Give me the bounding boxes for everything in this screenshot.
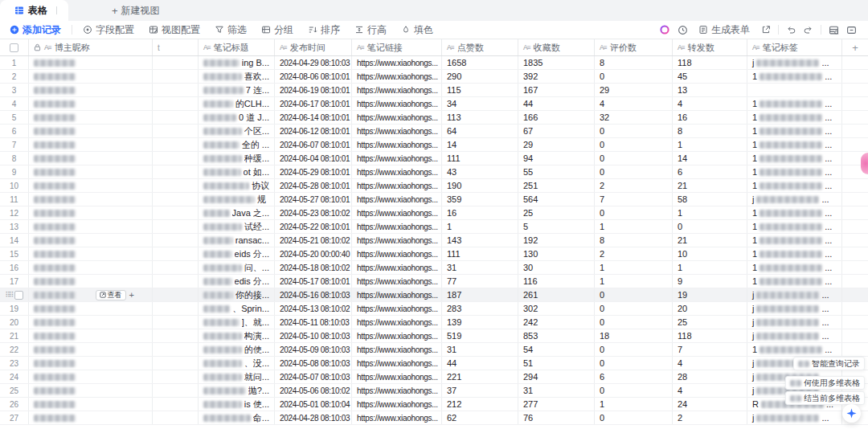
note-tags-cell[interactable]: j ... bbox=[747, 329, 842, 342]
hidden-column-cell[interactable] bbox=[153, 275, 199, 288]
favorites-cell[interactable]: 54 bbox=[518, 343, 595, 356]
publish-time-cell[interactable]: 2024-05-09 08:10:03 bbox=[275, 343, 352, 356]
note-tags-cell[interactable]: 1 ... bbox=[747, 220, 842, 233]
comments-cell[interactable]: 0 bbox=[595, 302, 673, 315]
favorites-cell[interactable]: 94 bbox=[518, 152, 595, 165]
group-button[interactable]: 分组 bbox=[254, 23, 301, 37]
hidden-column-cell[interactable] bbox=[153, 138, 199, 151]
nickname-cell[interactable]: 查看 + bbox=[29, 343, 153, 356]
likes-cell[interactable]: 62 bbox=[442, 411, 518, 424]
column-header-hidden[interactable]: t bbox=[153, 39, 199, 55]
note-title-cell[interactable]: Java 之... bbox=[199, 206, 275, 219]
likes-cell[interactable]: 1658 bbox=[442, 56, 518, 69]
likes-cell[interactable]: 77 bbox=[442, 275, 518, 288]
note-link-cell[interactable]: https://www.xiaohongs... bbox=[352, 398, 442, 411]
note-tags-cell[interactable]: 1 ... bbox=[747, 234, 842, 247]
fill-color-button[interactable]: 填色 bbox=[394, 23, 440, 37]
favorites-cell[interactable]: 853 bbox=[518, 329, 595, 342]
row-gutter-cell[interactable]: 27 ⠿⠿ bbox=[0, 411, 29, 424]
nickname-cell[interactable]: 查看 + bbox=[29, 384, 153, 397]
publish-time-cell[interactable]: 2024-06-07 08:10:01 bbox=[275, 138, 352, 151]
note-link-cell[interactable]: https://www.xiaohongs... bbox=[352, 343, 442, 356]
publish-time-cell[interactable]: 2024-06-14 08:10:01 bbox=[275, 111, 352, 124]
publish-time-cell[interactable]: 2024-06-17 08:10:01 bbox=[275, 97, 352, 110]
collapse-toolbar-button[interactable] bbox=[842, 22, 860, 37]
table-row[interactable]: 16 ⠿⠿ 查看 + 问、... 2024-05-18 08:10:02 bbox=[0, 261, 868, 275]
note-link-cell[interactable]: https://www.xiaohongs... bbox=[352, 193, 442, 206]
hidden-column-cell[interactable] bbox=[153, 152, 199, 165]
publish-time-cell[interactable]: 2024-05-10 08:10:03 bbox=[275, 329, 352, 342]
hidden-column-cell[interactable] bbox=[153, 111, 199, 124]
row-gutter-cell[interactable]: 16 ⠿⠿ bbox=[0, 261, 29, 274]
note-title-cell[interactable]: 7 连... bbox=[199, 84, 275, 96]
sort-button[interactable]: 排序 bbox=[301, 23, 347, 37]
note-tags-cell[interactable]: 1 ... bbox=[747, 70, 842, 83]
comments-cell[interactable]: 4 bbox=[595, 97, 673, 110]
column-header-title[interactable]: A≡笔记标题 bbox=[199, 39, 275, 55]
note-title-cell[interactable]: 抛?... bbox=[199, 384, 275, 397]
shares-cell[interactable]: 1 bbox=[673, 138, 747, 151]
note-link-cell[interactable]: https://www.xiaohongs... bbox=[352, 302, 442, 315]
hidden-column-cell[interactable] bbox=[153, 56, 199, 69]
likes-cell[interactable]: 31 bbox=[442, 261, 518, 274]
comments-cell[interactable]: 1 bbox=[595, 398, 673, 411]
row-gutter-cell[interactable]: 15 ⠿⠿ bbox=[0, 247, 29, 260]
table-row[interactable]: 5 ⠿⠿ 查看 + 0 道 J... 2024-06-14 08:10:01 bbox=[0, 111, 868, 125]
favorites-cell[interactable]: 55 bbox=[518, 165, 595, 178]
shares-cell[interactable]: 13 bbox=[673, 84, 747, 96]
note-tags-cell[interactable]: 1 ... bbox=[747, 275, 842, 288]
field-config-button[interactable]: 字段配置 bbox=[76, 23, 141, 37]
table-row[interactable]: 24 ⠿⠿ 查看 + 就问... 2024-05-07 08:10:03 bbox=[0, 370, 868, 384]
edge-assistant-handle[interactable] bbox=[861, 153, 868, 174]
note-title-cell[interactable]: 命... bbox=[199, 411, 275, 424]
grid-settings-button[interactable] bbox=[825, 22, 842, 37]
favorites-cell[interactable]: 130 bbox=[518, 247, 595, 260]
row-gutter-cell[interactable]: 1 ⠿⠿ bbox=[0, 56, 29, 69]
note-tags-cell[interactable]: 1 ... bbox=[747, 111, 842, 124]
ai-suggestion-query-records[interactable]: 智能查询记录 bbox=[793, 357, 865, 370]
favorites-cell[interactable]: 116 bbox=[518, 275, 595, 288]
select-all-cell[interactable] bbox=[0, 39, 29, 55]
comments-cell[interactable]: 8 bbox=[595, 56, 673, 69]
shares-cell[interactable]: 2 bbox=[673, 411, 747, 424]
row-gutter-cell[interactable]: 19 ⠿⠿ bbox=[0, 302, 29, 315]
row-gutter-cell[interactable]: 8 ⠿⠿ bbox=[0, 152, 29, 165]
nickname-cell[interactable]: 查看 + bbox=[29, 370, 153, 383]
column-header-likes[interactable]: A≡点赞数 bbox=[442, 39, 518, 55]
publish-time-cell[interactable]: 2024-06-04 08:10:01 bbox=[275, 152, 352, 165]
nickname-cell[interactable]: 查看 + bbox=[29, 316, 153, 329]
shares-cell[interactable]: 14 bbox=[673, 152, 747, 165]
likes-cell[interactable]: 115 bbox=[442, 84, 518, 96]
note-tags-cell[interactable]: j ... bbox=[747, 302, 842, 315]
note-tags-cell[interactable]: 1 ... bbox=[747, 125, 842, 137]
hidden-column-cell[interactable] bbox=[153, 370, 199, 383]
publish-time-cell[interactable]: 2024-05-20 00:00:40 bbox=[275, 247, 352, 260]
note-link-cell[interactable]: https://www.xiaohongs... bbox=[352, 247, 442, 260]
note-tags-cell[interactable]: j ... bbox=[747, 316, 842, 329]
table-row[interactable]: 22 ⠿⠿ 查看 + 的使... 2024-05-09 08:10:03 bbox=[0, 343, 868, 357]
row-gutter-cell[interactable]: 17 ⠿⠿ bbox=[0, 275, 29, 288]
table-row[interactable]: 17 ⠿⠿ 查看 + edis 分... 2024-05-17 08:10:01 bbox=[0, 275, 868, 288]
note-title-cell[interactable]: 问、... bbox=[199, 261, 275, 274]
note-title-cell[interactable]: 、没... bbox=[199, 357, 275, 370]
comments-cell[interactable]: 8 bbox=[595, 234, 673, 247]
select-all-checkbox[interactable] bbox=[10, 43, 18, 52]
publish-time-cell[interactable]: 2024-05-18 08:10:02 bbox=[275, 261, 352, 274]
likes-cell[interactable]: 64 bbox=[442, 125, 518, 137]
nickname-cell[interactable]: 查看 + bbox=[29, 193, 153, 206]
note-tags-cell[interactable]: 1 ... bbox=[747, 206, 842, 219]
row-gutter-cell[interactable]: 14 ⠿⠿ bbox=[0, 234, 29, 247]
shares-cell[interactable]: 1 bbox=[673, 261, 747, 274]
new-view-button[interactable]: + 新建视图 bbox=[100, 0, 171, 21]
generate-form-button[interactable]: 生成表单 bbox=[691, 23, 757, 37]
favorites-cell[interactable]: 44 bbox=[518, 97, 595, 110]
note-tags-cell[interactable]: 1 ... bbox=[747, 165, 842, 178]
table-row[interactable]: 25 ⠿⠿ 查看 + 抛?... 2024-05-06 08:10:02 bbox=[0, 384, 868, 398]
hidden-column-cell[interactable] bbox=[153, 84, 199, 96]
shares-cell[interactable]: 4 bbox=[673, 384, 747, 397]
table-row[interactable]: 9 ⠿⠿ 查看 + ot 如... 2024-05-29 08:10:01 bbox=[0, 165, 868, 179]
note-link-cell[interactable]: https://www.xiaohongs... bbox=[352, 288, 442, 301]
table-row[interactable]: 6 ⠿⠿ 查看 + 个区... 2024-06-12 08:10:01 h bbox=[0, 125, 868, 138]
favorites-cell[interactable]: 261 bbox=[518, 288, 595, 301]
nickname-cell[interactable]: 查看 + bbox=[29, 275, 153, 288]
